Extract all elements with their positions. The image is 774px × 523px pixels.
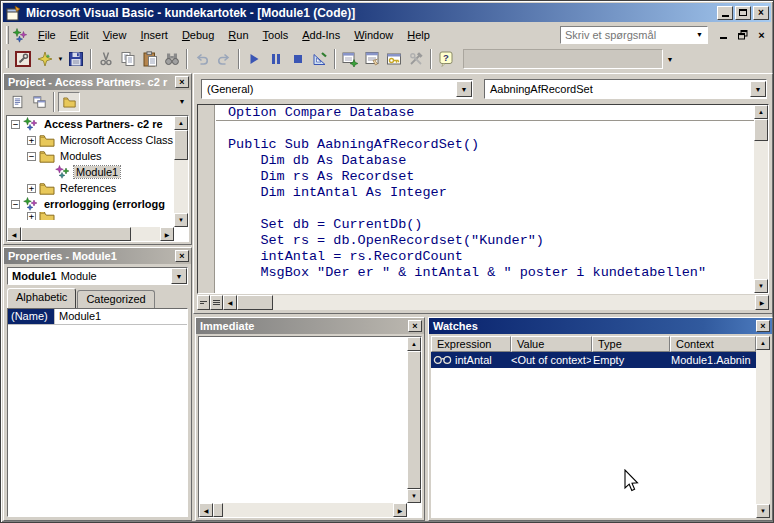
tab-alphabetic[interactable]: Alphabetic xyxy=(7,288,76,308)
properties-grid[interactable]: (Name) Module1 xyxy=(7,308,188,517)
toolbox-button[interactable] xyxy=(405,48,427,70)
menu-run[interactable]: Run xyxy=(221,26,255,44)
chevron-down-icon[interactable]: ▼ xyxy=(456,81,472,97)
immediate-panel-titlebar[interactable]: Immediate × xyxy=(196,318,424,334)
margin-indicator-bar[interactable] xyxy=(198,105,215,293)
full-module-view-button[interactable] xyxy=(210,295,223,310)
tree-item-access-partners-c2-re[interactable]: −Access Partners- c2 re xyxy=(7,116,188,132)
menu-tools[interactable]: Tools xyxy=(256,26,296,44)
tree-item-modules[interactable]: −Modules xyxy=(7,148,188,164)
properties-window-button[interactable] xyxy=(361,48,383,70)
save-button[interactable] xyxy=(65,48,87,70)
menu-window[interactable]: Window xyxy=(347,26,400,44)
code-editor[interactable]: Option Compare Database Public Sub Aabni… xyxy=(197,104,769,294)
run-sub-button[interactable] xyxy=(243,48,265,70)
property-name-cell[interactable]: (Name) xyxy=(8,309,55,324)
properties-panel-titlebar[interactable]: Properties - Module1 × xyxy=(4,248,191,264)
chevron-down-icon[interactable]: ▼ xyxy=(56,48,65,70)
chevron-down-icon[interactable]: ▼ xyxy=(171,268,187,284)
module-sparkle-icon[interactable] xyxy=(12,27,28,43)
properties-panel-close-button[interactable]: × xyxy=(175,250,189,262)
watches-column-header-context[interactable]: Context xyxy=(670,336,756,352)
watches-vscrollbar[interactable]: ▲ ▼ xyxy=(756,336,770,518)
tab-categorized[interactable]: Categorized xyxy=(77,290,154,308)
tree-item-errorlogging-errorlogg[interactable]: −errorlogging (errorlogg xyxy=(7,196,188,212)
toggle-folders-button[interactable] xyxy=(58,92,80,112)
watches-column-header-expression[interactable]: Expression xyxy=(431,336,511,352)
project-panel-titlebar[interactable]: Project - Access Partners- c2 r × xyxy=(4,74,191,90)
maximize-button[interactable] xyxy=(735,6,751,20)
design-mode-button[interactable] xyxy=(309,48,331,70)
immediate-vscrollbar[interactable]: ▲ ▼ xyxy=(407,337,421,503)
menu-edit[interactable]: Edit xyxy=(63,26,96,44)
help-button[interactable]: ? xyxy=(435,48,457,70)
insert-module-button[interactable] xyxy=(34,48,56,70)
watches-column-header-value[interactable]: Value xyxy=(511,336,592,352)
cut-icon xyxy=(98,51,114,67)
code-hscrollbar[interactable]: ◀ ▶ xyxy=(223,295,769,310)
close-button[interactable]: × xyxy=(753,6,769,20)
undo-button[interactable] xyxy=(191,48,213,70)
object-dropdown[interactable]: (General) ▼ xyxy=(201,79,473,99)
view-microsoft-access-button[interactable] xyxy=(12,48,34,70)
tree-item-references[interactable]: +References xyxy=(7,180,188,196)
immediate-content[interactable]: ▲ ▼ ◀ ▶ xyxy=(198,336,422,518)
cut-button[interactable] xyxy=(95,48,117,70)
watch-row[interactable]: intAntal<Out of context>EmptyModule1.Aab… xyxy=(431,352,756,368)
menubar-grip[interactable] xyxy=(6,26,9,44)
paste-button[interactable] xyxy=(139,48,161,70)
find-button[interactable] xyxy=(161,48,183,70)
project-tree[interactable]: −Access Partners- c2 re+Microsoft Access… xyxy=(6,115,189,242)
menu-help[interactable]: Help xyxy=(400,26,437,44)
panel-toolbar-overflow-icon[interactable]: ▼ xyxy=(175,91,189,113)
chevron-down-icon[interactable]: ▼ xyxy=(750,81,766,97)
project-panel-close-button[interactable]: × xyxy=(175,76,189,88)
minimize-button[interactable] xyxy=(717,6,733,20)
watches-column-header-type[interactable]: Type xyxy=(592,336,670,352)
watches-panel-close-button[interactable]: × xyxy=(756,320,770,332)
expand-icon[interactable]: + xyxy=(27,136,36,145)
toolbar-overflow-icon[interactable]: ▼ xyxy=(663,48,677,70)
menu-debug[interactable]: Debug xyxy=(175,26,221,44)
question-input[interactable] xyxy=(561,29,692,41)
project-explorer-button[interactable] xyxy=(339,48,361,70)
immediate-hscrollbar[interactable]: ◀ ▶ xyxy=(199,503,407,517)
view-code-button[interactable] xyxy=(6,92,28,112)
object-selector-combobox[interactable]: Module1 Module ▼ xyxy=(7,267,188,285)
project-tree-hscrollbar[interactable]: ◀ ▶ xyxy=(7,227,174,241)
menu-view[interactable]: View xyxy=(96,26,134,44)
copy-button[interactable] xyxy=(117,48,139,70)
code-vscrollbar[interactable]: ▲ ▼ xyxy=(754,105,768,293)
property-row[interactable]: (Name) Module1 xyxy=(8,309,187,325)
chevron-down-icon[interactable]: ▼ xyxy=(692,27,707,43)
watches-list[interactable]: intAntal<Out of context>EmptyModule1.Aab… xyxy=(431,352,756,518)
procedure-dropdown[interactable]: AabningAfRecordSet ▼ xyxy=(484,79,767,99)
tree-item-clipped[interactable]: + xyxy=(7,212,188,220)
object-browser-button[interactable] xyxy=(383,48,405,70)
question-combobox[interactable]: ▼ xyxy=(560,26,708,44)
menu-addins[interactable]: Add-Ins xyxy=(295,26,347,44)
tree-item-microsoft-access-class[interactable]: +Microsoft Access Class xyxy=(7,132,188,148)
watches-panel: Watches × ExpressionValueTypeContext int… xyxy=(428,317,773,521)
watches-panel-titlebar[interactable]: Watches × xyxy=(429,318,772,334)
expand-icon[interactable]: + xyxy=(27,184,36,193)
tree-item-module1[interactable]: Module1 xyxy=(7,164,188,180)
project-tree-vscrollbar[interactable]: ▲ ▼ xyxy=(174,116,188,227)
menu-file[interactable]: File xyxy=(31,26,63,44)
child-close-button[interactable]: × xyxy=(754,28,769,42)
procedure-view-button[interactable] xyxy=(197,295,210,310)
reset-button[interactable] xyxy=(287,48,309,70)
child-minimize-button[interactable] xyxy=(716,28,731,42)
child-restore-button[interactable] xyxy=(735,28,750,42)
immediate-panel-close-button[interactable]: × xyxy=(408,320,422,332)
break-button[interactable] xyxy=(265,48,287,70)
redo-button[interactable] xyxy=(213,48,235,70)
menu-insert[interactable]: Insert xyxy=(133,26,175,44)
collapse-icon[interactable]: − xyxy=(27,152,36,161)
view-object-button[interactable] xyxy=(28,92,50,112)
toolbar-grip[interactable] xyxy=(6,50,9,68)
collapse-icon[interactable]: − xyxy=(11,200,20,209)
property-value-cell[interactable]: Module1 xyxy=(55,309,105,324)
expand-icon[interactable]: + xyxy=(27,212,36,220)
collapse-icon[interactable]: − xyxy=(11,120,20,129)
